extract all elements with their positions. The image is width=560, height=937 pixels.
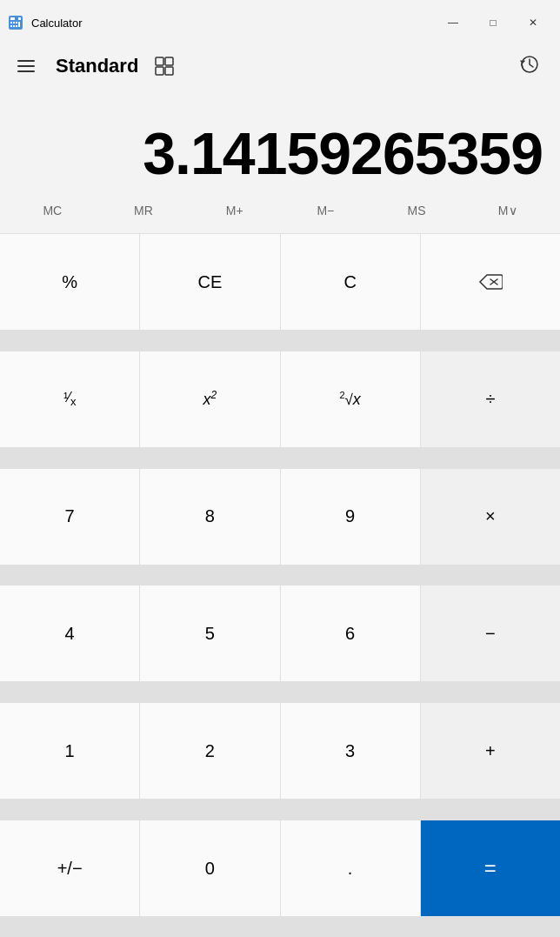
svg-rect-4	[16, 22, 17, 23]
add-button[interactable]: +	[421, 703, 560, 799]
eight-button[interactable]: 8	[140, 469, 279, 565]
one-button[interactable]: 1	[0, 703, 139, 799]
svg-rect-9	[18, 22, 20, 27]
five-button[interactable]: 5	[140, 586, 279, 681]
ce-button[interactable]: CE	[140, 234, 279, 330]
three-button[interactable]: 3	[281, 703, 420, 799]
app-title: Calculator	[31, 17, 83, 30]
hamburger-menu-icon[interactable]	[10, 53, 42, 79]
memory-dropdown-button[interactable]: M∨	[462, 195, 553, 226]
menu-line-2	[17, 65, 35, 67]
close-button[interactable]: ✕	[513, 9, 553, 37]
sqrt-button[interactable]: 2√x	[281, 351, 420, 447]
memory-recall-button[interactable]: MR	[98, 195, 190, 226]
divide-button[interactable]: ÷	[421, 351, 560, 447]
display-value: 3.14159265359	[143, 124, 543, 183]
minimize-button[interactable]: —	[433, 9, 473, 37]
zero-button[interactable]: 0	[140, 820, 279, 916]
clear-button[interactable]: C	[281, 234, 420, 330]
header-left: Standard	[10, 53, 177, 79]
title-bar-controls: — □ ✕	[433, 9, 553, 37]
svg-rect-8	[18, 17, 21, 20]
svg-rect-11	[165, 57, 173, 65]
decimal-button[interactable]: .	[281, 820, 420, 916]
menu-line-3	[17, 70, 35, 72]
svg-rect-5	[10, 25, 12, 27]
memory-add-button[interactable]: M+	[189, 195, 280, 226]
six-button[interactable]: 6	[281, 586, 420, 681]
four-button[interactable]: 4	[0, 586, 139, 681]
memory-subtract-button[interactable]: M−	[280, 195, 371, 226]
calculator-grid: % CE C ¹⁄x x2 2√x ÷ 7 8 9 × 4 5 6 −	[0, 233, 560, 937]
menu-line-1	[17, 60, 35, 62]
memory-store-button[interactable]: MS	[371, 195, 463, 226]
subtract-button[interactable]: −	[421, 586, 560, 681]
svg-rect-2	[10, 22, 12, 23]
history-icon[interactable]	[513, 48, 546, 84]
equals-button[interactable]: =	[421, 820, 560, 916]
negate-button[interactable]: +/−	[0, 820, 139, 916]
two-button[interactable]: 2	[140, 703, 279, 799]
maximize-button[interactable]: □	[473, 9, 513, 37]
title-bar-left: Calculator	[7, 14, 83, 31]
svg-rect-10	[156, 57, 163, 65]
svg-rect-12	[156, 67, 163, 75]
backspace-button[interactable]	[421, 234, 560, 330]
square-button[interactable]: x2	[140, 351, 279, 447]
title-bar: Calculator — □ ✕	[0, 0, 560, 45]
svg-rect-6	[13, 25, 15, 27]
memory-clear-button[interactable]: MC	[7, 195, 98, 226]
app-header: Standard	[0, 45, 560, 87]
svg-rect-3	[13, 22, 15, 23]
multiply-button[interactable]: ×	[421, 469, 560, 565]
svg-rect-1	[10, 17, 15, 20]
svg-rect-7	[16, 25, 17, 27]
reciprocal-button[interactable]: ¹⁄x	[0, 351, 139, 447]
mode-switch-icon[interactable]	[152, 54, 177, 78]
calculator-mode-title: Standard	[56, 55, 138, 77]
calculator-window: Calculator — □ ✕ Standard	[0, 0, 560, 937]
memory-row: MC MR M+ M− MS M∨	[0, 191, 560, 230]
svg-rect-13	[165, 67, 173, 75]
calculator-app-icon	[7, 14, 24, 31]
display-area: 3.14159265359	[0, 87, 560, 191]
percent-button[interactable]: %	[0, 234, 139, 330]
seven-button[interactable]: 7	[0, 469, 139, 565]
nine-button[interactable]: 9	[281, 469, 420, 565]
